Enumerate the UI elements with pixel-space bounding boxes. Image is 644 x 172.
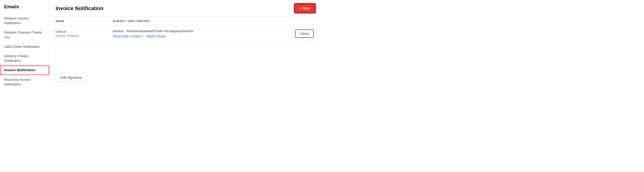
separator: | [143,34,144,38]
default-template-link[interactable]: Default [56,30,113,34]
main-header: Invoice Notification + New [49,0,322,17]
cell-name: Default Default Template [56,30,113,38]
cell-subject: Invoice - %InvoiceNumber% from %CompanyN… [113,29,295,38]
attach-files-link[interactable]: Attach File(s) [146,34,166,38]
clone-button[interactable]: Clone [296,30,313,37]
content-links-row: Show Mail Content | Attach File(s) [113,34,295,38]
table-row: Default Default Template Invoice - %Invo… [56,25,316,42]
edit-signature-button[interactable]: Edit Signature [56,73,87,82]
main-content: Invoice Notification + New NAME SUBJECT … [49,0,322,86]
table-header: NAME SUBJECT AND CONTENT [56,17,316,25]
sidebar-item-sales-order[interactable]: Sales Order Notification [0,42,49,51]
new-button[interactable]: + New [294,4,315,13]
sidebar-item-retainer-invoice[interactable]: Retainer Invoice Notification [0,14,49,28]
sidebar-item-invoice-notification[interactable]: Invoice Notification [0,65,49,75]
new-button-wrapper: + New [294,3,316,14]
column-subject-header: SUBJECT AND CONTENT [113,19,316,23]
sidebar: Emails Retainer Invoice Notification Ret… [0,0,49,86]
table-container: NAME SUBJECT AND CONTENT Default Default… [49,17,322,69]
subject-text: Invoice - %InvoiceNumber% from %CompanyN… [113,29,295,33]
sidebar-item-retainer-payment[interactable]: Retainer Payment Thank-You [0,28,49,42]
sidebar-item-delivery-challan[interactable]: Delivery Challan Notification [0,51,49,65]
clone-outline: Clone [295,29,314,38]
sidebar-item-recurring-invoice[interactable]: Recurring Invoice Notification [0,75,49,86]
default-template-label: Default Template [56,34,79,38]
footer-actions: Edit Signature [49,69,322,86]
show-mail-content-link[interactable]: Show Mail Content [113,34,141,38]
clone-button-wrapper: Clone [295,29,316,38]
page-title: Invoice Notification [56,5,103,11]
column-name-header: NAME [56,19,113,23]
sidebar-header: Emails [0,4,49,14]
